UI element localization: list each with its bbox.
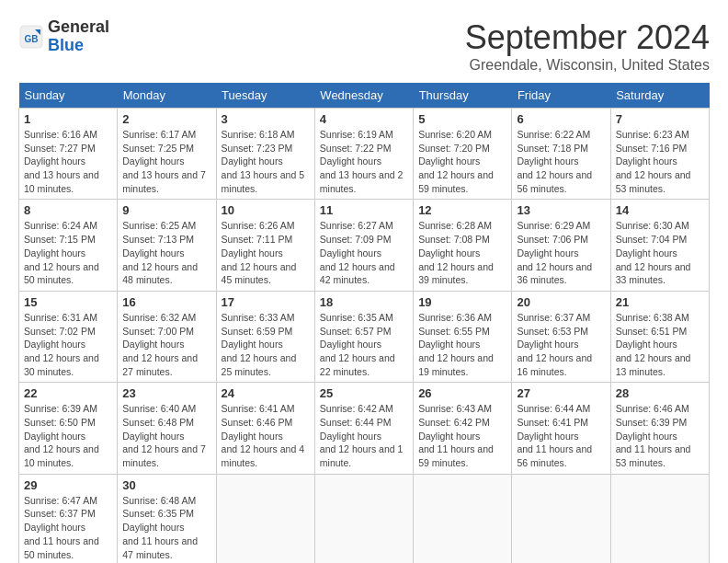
- logo-icon: GB: [18, 24, 44, 50]
- day-detail: Sunrise: 6:22 AMSunset: 7:18 PMDaylight …: [517, 128, 605, 195]
- day-number: 10: [222, 203, 310, 217]
- day-number: 5: [418, 112, 506, 126]
- calendar-cell: 29Sunrise: 6:47 AMSunset: 6:37 PMDayligh…: [19, 474, 118, 563]
- calendar-cell: 26Sunrise: 6:43 AMSunset: 6:42 PMDayligh…: [414, 383, 512, 474]
- day-detail: Sunrise: 6:28 AMSunset: 7:08 PMDaylight …: [418, 219, 506, 286]
- day-number: 26: [418, 386, 506, 400]
- calendar-cell: 11Sunrise: 6:27 AMSunset: 7:09 PMDayligh…: [314, 200, 413, 291]
- calendar-cell: 15Sunrise: 6:31 AMSunset: 7:02 PMDayligh…: [19, 291, 118, 382]
- svg-text:GB: GB: [25, 34, 39, 44]
- day-number: 4: [320, 112, 408, 126]
- calendar-cell: 4Sunrise: 6:19 AMSunset: 7:22 PMDaylight…: [314, 109, 413, 200]
- calendar-cell: 6Sunrise: 6:22 AMSunset: 7:18 PMDaylight…: [512, 109, 610, 200]
- calendar-cell: 14Sunrise: 6:30 AMSunset: 7:04 PMDayligh…: [610, 200, 709, 291]
- calendar-week-2: 8Sunrise: 6:24 AMSunset: 7:15 PMDaylight…: [19, 200, 710, 291]
- calendar-cell: 9Sunrise: 6:25 AMSunset: 7:13 PMDaylight…: [118, 200, 216, 291]
- day-number: 18: [320, 295, 408, 309]
- day-number: 6: [517, 112, 605, 126]
- weekday-header-friday: Friday: [512, 83, 610, 109]
- day-number: 30: [122, 478, 210, 492]
- day-detail: Sunrise: 6:44 AMSunset: 6:41 PMDaylight …: [517, 402, 605, 469]
- weekday-header-thursday: Thursday: [414, 83, 512, 109]
- day-detail: Sunrise: 6:38 AMSunset: 6:51 PMDaylight …: [616, 311, 704, 378]
- day-detail: Sunrise: 6:43 AMSunset: 6:42 PMDaylight …: [418, 402, 506, 469]
- calendar-cell: 24Sunrise: 6:41 AMSunset: 6:46 PMDayligh…: [216, 383, 314, 474]
- day-number: 1: [24, 112, 112, 126]
- logo-general-text: General: [48, 18, 109, 37]
- day-number: 2: [122, 112, 210, 126]
- weekday-header-tuesday: Tuesday: [216, 83, 314, 109]
- day-number: 17: [222, 295, 310, 309]
- calendar-week-3: 15Sunrise: 6:31 AMSunset: 7:02 PMDayligh…: [19, 291, 710, 382]
- calendar-cell: 13Sunrise: 6:29 AMSunset: 7:06 PMDayligh…: [512, 200, 610, 291]
- location-title: Greendale, Wisconsin, United States: [465, 57, 710, 74]
- day-detail: Sunrise: 6:46 AMSunset: 6:39 PMDaylight …: [616, 402, 704, 469]
- day-number: 23: [122, 386, 210, 400]
- day-detail: Sunrise: 6:26 AMSunset: 7:11 PMDaylight …: [222, 219, 310, 286]
- calendar-cell: 3Sunrise: 6:18 AMSunset: 7:23 PMDaylight…: [216, 109, 314, 200]
- calendar-cell: 20Sunrise: 6:37 AMSunset: 6:53 PMDayligh…: [512, 291, 610, 382]
- day-detail: Sunrise: 6:39 AMSunset: 6:50 PMDaylight …: [24, 402, 112, 469]
- calendar-cell: [414, 474, 512, 563]
- calendar-cell: 2Sunrise: 6:17 AMSunset: 7:25 PMDaylight…: [118, 109, 216, 200]
- day-number: 28: [616, 386, 704, 400]
- calendar-cell: 23Sunrise: 6:40 AMSunset: 6:48 PMDayligh…: [118, 383, 216, 474]
- weekday-header-sunday: Sunday: [19, 83, 118, 109]
- day-detail: Sunrise: 6:37 AMSunset: 6:53 PMDaylight …: [517, 311, 605, 378]
- calendar-week-4: 22Sunrise: 6:39 AMSunset: 6:50 PMDayligh…: [19, 383, 710, 474]
- day-number: 14: [616, 203, 704, 217]
- day-number: 8: [24, 203, 112, 217]
- calendar-week-1: 1Sunrise: 6:16 AMSunset: 7:27 PMDaylight…: [19, 109, 710, 200]
- day-number: 29: [24, 478, 112, 492]
- day-number: 16: [122, 295, 210, 309]
- day-number: 13: [517, 203, 605, 217]
- calendar-cell: 12Sunrise: 6:28 AMSunset: 7:08 PMDayligh…: [414, 200, 512, 291]
- day-detail: Sunrise: 6:29 AMSunset: 7:06 PMDaylight …: [517, 219, 605, 286]
- calendar-week-5: 29Sunrise: 6:47 AMSunset: 6:37 PMDayligh…: [19, 474, 710, 563]
- day-number: 20: [517, 295, 605, 309]
- weekday-header-wednesday: Wednesday: [314, 83, 413, 109]
- calendar-cell: 5Sunrise: 6:20 AMSunset: 7:20 PMDaylight…: [414, 109, 512, 200]
- day-detail: Sunrise: 6:16 AMSunset: 7:27 PMDaylight …: [24, 128, 112, 195]
- logo-text: General Blue: [48, 18, 109, 55]
- calendar-cell: [314, 474, 413, 563]
- day-detail: Sunrise: 6:19 AMSunset: 7:22 PMDaylight …: [320, 128, 408, 195]
- day-detail: Sunrise: 6:32 AMSunset: 7:00 PMDaylight …: [122, 311, 210, 378]
- day-number: 9: [122, 203, 210, 217]
- page-header: GB General Blue September 2024 Greendale…: [18, 18, 710, 74]
- day-detail: Sunrise: 6:36 AMSunset: 6:55 PMDaylight …: [418, 311, 506, 378]
- weekday-header-saturday: Saturday: [610, 83, 709, 109]
- calendar-cell: 27Sunrise: 6:44 AMSunset: 6:41 PMDayligh…: [512, 383, 610, 474]
- logo: GB General Blue: [18, 18, 109, 55]
- day-number: 27: [517, 386, 605, 400]
- day-number: 19: [418, 295, 506, 309]
- day-number: 15: [24, 295, 112, 309]
- day-detail: Sunrise: 6:20 AMSunset: 7:20 PMDaylight …: [418, 128, 506, 195]
- day-number: 3: [222, 112, 310, 126]
- day-detail: Sunrise: 6:48 AMSunset: 6:35 PMDaylight …: [122, 494, 210, 561]
- day-detail: Sunrise: 6:42 AMSunset: 6:44 PMDaylight …: [320, 402, 408, 469]
- calendar-cell: 25Sunrise: 6:42 AMSunset: 6:44 PMDayligh…: [314, 383, 413, 474]
- day-detail: Sunrise: 6:30 AMSunset: 7:04 PMDaylight …: [616, 219, 704, 286]
- day-detail: Sunrise: 6:18 AMSunset: 7:23 PMDaylight …: [222, 128, 310, 195]
- day-detail: Sunrise: 6:27 AMSunset: 7:09 PMDaylight …: [320, 219, 408, 286]
- calendar-cell: 18Sunrise: 6:35 AMSunset: 6:57 PMDayligh…: [314, 291, 413, 382]
- day-number: 25: [320, 386, 408, 400]
- weekday-header-monday: Monday: [118, 83, 216, 109]
- day-number: 11: [320, 203, 408, 217]
- calendar-cell: 8Sunrise: 6:24 AMSunset: 7:15 PMDaylight…: [19, 200, 118, 291]
- calendar-cell: 1Sunrise: 6:16 AMSunset: 7:27 PMDaylight…: [19, 109, 118, 200]
- day-detail: Sunrise: 6:23 AMSunset: 7:16 PMDaylight …: [616, 128, 704, 195]
- calendar-cell: 10Sunrise: 6:26 AMSunset: 7:11 PMDayligh…: [216, 200, 314, 291]
- weekday-header-row: SundayMondayTuesdayWednesdayThursdayFrid…: [19, 83, 710, 109]
- calendar-cell: 30Sunrise: 6:48 AMSunset: 6:35 PMDayligh…: [118, 474, 216, 563]
- calendar-cell: 16Sunrise: 6:32 AMSunset: 7:00 PMDayligh…: [118, 291, 216, 382]
- calendar-cell: [610, 474, 709, 563]
- month-title: September 2024: [465, 18, 710, 57]
- day-detail: Sunrise: 6:41 AMSunset: 6:46 PMDaylight …: [222, 402, 310, 469]
- calendar-cell: 7Sunrise: 6:23 AMSunset: 7:16 PMDaylight…: [610, 109, 709, 200]
- day-detail: Sunrise: 6:25 AMSunset: 7:13 PMDaylight …: [122, 219, 210, 286]
- day-detail: Sunrise: 6:17 AMSunset: 7:25 PMDaylight …: [122, 128, 210, 195]
- day-number: 24: [222, 386, 310, 400]
- calendar-table: SundayMondayTuesdayWednesdayThursdayFrid…: [18, 83, 710, 563]
